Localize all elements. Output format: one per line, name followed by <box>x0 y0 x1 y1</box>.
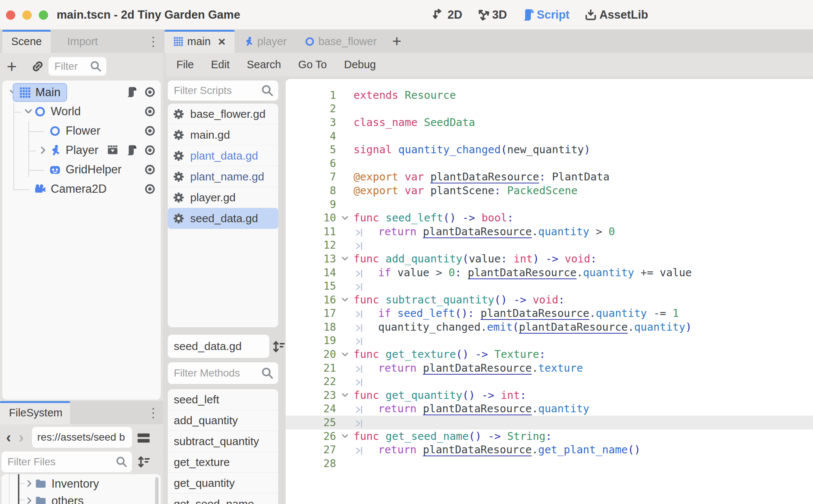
code-line-18[interactable]: 18quantity_changed.emit(plantDataResourc… <box>286 320 813 334</box>
menu-edit[interactable]: Edit <box>211 59 230 71</box>
code-line-23[interactable]: 23func get_quantity() -> int: <box>286 388 813 402</box>
nav-forward-button[interactable]: › <box>15 429 28 446</box>
code-line-22[interactable]: 22 <box>286 375 813 388</box>
fold-region-icon[interactable] <box>336 432 354 441</box>
workspace-button-2d[interactable]: 2D <box>433 8 462 22</box>
workspace-button-assetlib[interactable]: AssetLib <box>584 8 648 22</box>
chevron-down-icon[interactable] <box>340 350 349 359</box>
code-line-12[interactable]: 12 <box>286 239 813 252</box>
scene-tree-row-player[interactable]: Player <box>2 141 161 160</box>
script-list-item-base-flower-gd[interactable]: base_flower.gd <box>168 104 278 125</box>
code-line-21[interactable]: 21return plantDataResource.texture <box>286 361 813 375</box>
code-editor[interactable]: 1extends Resource23class_name SeedData45… <box>286 79 813 504</box>
filesystem-menu-dots[interactable]: ⋮ <box>147 406 160 419</box>
menu-go-to[interactable]: Go To <box>298 59 327 71</box>
dock-menu-dots[interactable]: ⋮ <box>147 35 160 48</box>
filesystem-scrollbar[interactable] <box>155 477 158 504</box>
fold-region-icon[interactable] <box>336 295 354 304</box>
minimize-window-button[interactable] <box>22 10 32 20</box>
filter-scripts-input[interactable] <box>174 85 261 97</box>
filesystem-filter-input[interactable] <box>7 456 116 468</box>
instance-scene-button[interactable] <box>31 60 44 73</box>
nav-back-button[interactable]: ‹ <box>2 429 15 446</box>
script-icon[interactable] <box>126 145 137 156</box>
code-line-6[interactable]: 6 <box>286 157 813 170</box>
chevron-right-icon[interactable] <box>38 145 48 155</box>
split-view-icon[interactable] <box>136 431 151 445</box>
tab-import[interactable]: Import <box>51 30 114 53</box>
scene-tab-player[interactable]: player <box>235 30 296 53</box>
visibility-icon[interactable] <box>144 183 156 195</box>
chevron-down-icon[interactable] <box>340 432 349 441</box>
chevron-down-icon[interactable] <box>340 254 349 263</box>
workspace-button-script[interactable]: Script <box>522 8 569 22</box>
code-line-11[interactable]: 11return plantDataResource.quantity > 0 <box>286 225 813 239</box>
visibility-icon[interactable] <box>144 106 156 117</box>
add-node-button[interactable]: + <box>7 56 17 76</box>
filesystem-path-input[interactable] <box>37 431 127 443</box>
script-list-item-main-gd[interactable]: main.gd <box>168 125 278 145</box>
code-line-8[interactable]: 8@export var plantScene: PackedScene <box>286 184 813 198</box>
workspace-button-3d[interactable]: 3D <box>477 8 507 22</box>
method-list-item-seed-left[interactable]: seed_left <box>168 389 278 410</box>
method-list-item-get-quantity[interactable]: get_quantity <box>168 473 278 494</box>
scene-tab-base-flower[interactable]: base_flower <box>296 30 386 53</box>
method-list-item-get-seed-name[interactable]: get_seed_name <box>168 494 278 504</box>
filesystem-row-inventory[interactable]: Inventory <box>1 475 161 494</box>
code-line-4[interactable]: 4 <box>286 129 813 143</box>
code-line-16[interactable]: 16func subtract_quantity() -> void: <box>286 293 813 307</box>
code-line-2[interactable]: 2 <box>286 102 813 116</box>
script-list-item-plant-name-gd[interactable]: plant_name.gd <box>168 166 278 187</box>
code-line-17[interactable]: 17if seed_left(): plantDataResource.quan… <box>286 307 813 321</box>
code-line-1[interactable]: 1extends Resource <box>286 88 813 102</box>
visibility-icon[interactable] <box>144 86 156 98</box>
script-list-item-plant-data-gd[interactable]: plant_data.gd <box>168 145 278 166</box>
method-list-item-add-quantity[interactable]: add_quantity <box>168 410 278 431</box>
close-window-button[interactable] <box>6 10 15 20</box>
current-script-name[interactable]: seed_data.gd <box>168 335 269 358</box>
menu-file[interactable]: File <box>176 59 194 71</box>
scene-tree-row-main[interactable]: Main <box>2 83 161 102</box>
fold-region-icon[interactable] <box>336 254 354 263</box>
chevron-down-icon[interactable] <box>340 391 349 400</box>
fold-region-icon[interactable] <box>336 391 354 400</box>
script-list-item-player-gd[interactable]: player.gd <box>168 187 278 208</box>
code-line-19[interactable]: 19 <box>286 334 813 348</box>
visibility-icon[interactable] <box>144 125 156 136</box>
method-list-item-get-texture[interactable]: get_texture <box>168 452 278 473</box>
new-scene-tab-button[interactable]: + <box>386 30 408 53</box>
code-line-13[interactable]: 13func add_quantity(value: int) -> void: <box>286 252 813 266</box>
code-line-24[interactable]: 24return plantDataResource.quantity <box>286 402 813 416</box>
code-line-3[interactable]: 3class_name SeedData <box>286 116 813 129</box>
tab-scene[interactable]: Scene <box>2 30 51 53</box>
code-line-10[interactable]: 10func seed_left() -> bool: <box>286 211 813 225</box>
script-list-item-seed-data-gd[interactable]: seed_data.gd <box>168 208 278 229</box>
method-list-item-subtract-quantity[interactable]: subtract_quantity <box>168 431 278 452</box>
scene-tree-row-world[interactable]: World <box>2 102 161 122</box>
scene-tree-row-gridhelper[interactable]: GridHelper <box>2 160 161 180</box>
fold-region-icon[interactable] <box>336 214 354 223</box>
code-line-7[interactable]: 7@export var plantDataResource: PlantDat… <box>286 170 813 184</box>
code-line-27[interactable]: 27return plantDataResource.get_plant_nam… <box>286 443 813 457</box>
visibility-icon[interactable] <box>144 164 156 175</box>
code-line-14[interactable]: 14if value > 0: plantDataResource.quanti… <box>286 266 813 280</box>
chevron-down-icon[interactable] <box>340 214 349 223</box>
maximize-window-button[interactable] <box>39 10 48 20</box>
sort-methods-icon[interactable] <box>272 340 286 353</box>
chevron-down-icon[interactable] <box>340 295 349 304</box>
scene-tree-row-flower[interactable]: Flower <box>2 122 161 141</box>
menu-debug[interactable]: Debug <box>344 59 376 71</box>
code-line-25[interactable]: 25 <box>286 416 813 429</box>
film-icon[interactable] <box>107 145 118 156</box>
close-icon[interactable]: × <box>218 35 226 48</box>
scene-tree-row-camera2d[interactable]: Camera2D <box>2 180 161 199</box>
visibility-icon[interactable] <box>144 145 156 156</box>
code-line-9[interactable]: 9 <box>286 198 813 211</box>
scene-filter-input[interactable] <box>54 60 90 72</box>
filesystem-row-others[interactable]: others <box>1 492 161 504</box>
chevron-right-icon[interactable] <box>25 496 34 504</box>
filter-methods-input[interactable] <box>174 367 261 379</box>
sort-files-icon[interactable] <box>137 455 151 469</box>
code-line-26[interactable]: 26func get_seed_name() -> String: <box>286 429 813 443</box>
code-line-5[interactable]: 5signal quantity_changed(new_quantity) <box>286 143 813 157</box>
